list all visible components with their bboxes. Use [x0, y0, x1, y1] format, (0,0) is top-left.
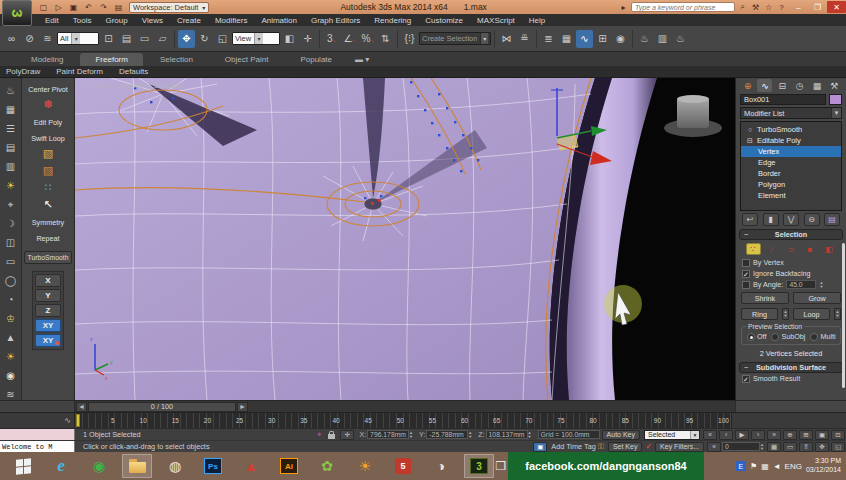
- illustrator-icon[interactable]: Ai: [274, 454, 304, 478]
- repeat-button[interactable]: Repeat: [36, 234, 59, 243]
- by-vertex-checkbox[interactable]: By Vertex: [736, 257, 846, 268]
- modifier-list-dropdown[interactable]: Modifier List▼: [740, 107, 842, 119]
- app-logo-button[interactable]: 3: [2, 0, 32, 26]
- zoom-extents-all-icon[interactable]: ⊡: [831, 430, 845, 440]
- grow-button[interactable]: Grow: [793, 292, 841, 304]
- symmetry-button[interactable]: Symmetry: [32, 218, 64, 227]
- y-spinner[interactable]: [468, 430, 474, 439]
- menu-item[interactable]: Customize: [418, 16, 470, 25]
- menu-item[interactable]: Group: [98, 16, 134, 25]
- next-frame-button[interactable]: ›: [751, 430, 765, 440]
- preview-off-radio[interactable]: Off: [747, 332, 766, 341]
- tool-icon[interactable]: ☽: [6, 214, 15, 233]
- spinner-snap-icon[interactable]: ⇅: [377, 30, 394, 48]
- make-unique-button[interactable]: ⋁: [783, 213, 799, 226]
- align-icon[interactable]: ≞: [516, 30, 533, 48]
- box-tool-2-icon[interactable]: ▨: [43, 164, 53, 177]
- tab-populate[interactable]: Populate: [285, 53, 347, 66]
- internet-explorer-icon[interactable]: e: [46, 454, 76, 478]
- selection-region-icon[interactable]: ▭: [783, 442, 797, 452]
- menu-item[interactable]: Rendering: [367, 16, 418, 25]
- tool-icon[interactable]: ▥: [6, 157, 15, 176]
- x-coordinate-field[interactable]: 796.178mm: [367, 430, 409, 439]
- mirror-icon[interactable]: ⋈: [498, 30, 515, 48]
- stack-item-polygon[interactable]: Polygon: [741, 179, 841, 190]
- curve-editor-icon[interactable]: ∿: [576, 30, 593, 48]
- schematic-view-icon[interactable]: ⊞: [594, 30, 611, 48]
- set-key-button[interactable]: Set Key: [608, 442, 643, 452]
- angle-value-field[interactable]: 45.0: [786, 280, 816, 289]
- ribbon-toggle-icon[interactable]: ▦: [558, 30, 575, 48]
- current-frame-field[interactable]: 0: [722, 442, 760, 451]
- pan-icon[interactable]: ✥: [815, 442, 829, 452]
- search-icon[interactable]: ⌕: [737, 2, 748, 12]
- project-folder-icon[interactable]: ▤: [112, 2, 125, 13]
- viewport-canvas[interactable]: z y x: [75, 78, 735, 400]
- z-spinner[interactable]: [528, 430, 534, 439]
- stack-item-element[interactable]: Element: [741, 190, 841, 201]
- key-filters-button[interactable]: Key Filters...: [655, 442, 704, 452]
- tool-icon[interactable]: ◫: [6, 233, 15, 252]
- border-subobject-icon[interactable]: ▱: [784, 243, 799, 255]
- menu-item[interactable]: Modifiers: [208, 16, 254, 25]
- stack-item-border[interactable]: Border: [741, 168, 841, 179]
- axis-x-button[interactable]: X: [35, 274, 61, 287]
- coc-coc-icon[interactable]: ◉: [84, 454, 114, 478]
- loop-spinner[interactable]: [834, 308, 841, 320]
- previous-key-button[interactable]: «: [707, 442, 721, 452]
- show-end-result-button[interactable]: ▮: [763, 213, 779, 226]
- tab-hierarchy-icon[interactable]: ⊟: [775, 79, 790, 92]
- zoom-all-icon[interactable]: ⊞: [799, 430, 813, 440]
- timeline-ruler[interactable]: 5101520253035404550556065707580859095100: [75, 413, 731, 428]
- tool-icon[interactable]: ▦: [6, 100, 15, 119]
- axis-xy-button[interactable]: XY: [35, 319, 61, 332]
- open-file-icon[interactable]: ▷: [52, 2, 65, 13]
- use-pivot-center-icon[interactable]: ◧: [281, 30, 298, 48]
- angle-snap-icon[interactable]: ∠◠: [341, 30, 358, 48]
- tool-icon[interactable]: ▲: [6, 328, 16, 347]
- tab-object-paint[interactable]: Object Paint: [210, 53, 284, 66]
- close-button[interactable]: ✕: [827, 1, 846, 13]
- turbosmooth-button[interactable]: TurboSmooth: [24, 251, 73, 264]
- ring-spinner[interactable]: [782, 308, 789, 320]
- tool-icon[interactable]: ▤: [6, 138, 15, 157]
- auto-key-button[interactable]: Auto Key: [602, 430, 640, 440]
- menu-item[interactable]: Graph Editors: [304, 16, 367, 25]
- menu-item[interactable]: Create: [170, 16, 208, 25]
- start-button[interactable]: [8, 454, 38, 478]
- tool-icon[interactable]: ☀: [6, 347, 15, 366]
- ribbon-subtab[interactable]: PolyDraw: [6, 67, 40, 76]
- configure-modifier-sets-button[interactable]: ▤: [824, 213, 840, 226]
- tool-icon[interactable]: ♔: [6, 309, 15, 328]
- remove-modifier-button[interactable]: ⊖: [804, 213, 820, 226]
- save-file-icon[interactable]: ▣: [67, 2, 80, 13]
- menu-item[interactable]: Animation: [254, 16, 304, 25]
- pie-app-icon[interactable]: ◑: [426, 454, 456, 478]
- frame-forward-button[interactable]: ►: [237, 402, 248, 412]
- y-coordinate-field[interactable]: -25.788mm: [426, 430, 468, 439]
- frame-spinner[interactable]: [760, 442, 766, 451]
- time-scrubber[interactable]: [76, 414, 80, 427]
- time-slider-track[interactable]: ◄ 0 / 100 ►: [75, 401, 735, 412]
- render-production-icon[interactable]: ♨: [672, 30, 689, 48]
- rendered-frame-window-icon[interactable]: ▥: [654, 30, 671, 48]
- x-spinner[interactable]: [409, 430, 415, 439]
- shrink-button[interactable]: Shrink: [741, 292, 789, 304]
- new-scene-icon[interactable]: ▢: [37, 2, 50, 13]
- file-explorer-icon[interactable]: [122, 454, 152, 478]
- stack-item-vertex[interactable]: Vertex: [741, 146, 841, 157]
- viewport-label[interactable]: [ + ] [ Orthographic ] [ Shaded ]: [81, 81, 184, 90]
- named-selection-set-dropdown[interactable]: Create Selection Se▾: [419, 32, 491, 45]
- menu-item[interactable]: Tools: [66, 16, 99, 25]
- swift-loop-button[interactable]: Swift Loop: [31, 134, 65, 143]
- tool-icon[interactable]: ☰: [6, 119, 15, 138]
- select-object-icon[interactable]: ⊡: [100, 30, 117, 48]
- maximize-viewport-icon[interactable]: ◱: [831, 442, 845, 452]
- flower-pivot-icon[interactable]: ✽: [43, 98, 52, 111]
- select-by-name-icon[interactable]: ▤: [118, 30, 135, 48]
- box-tool-icon[interactable]: ▧: [43, 147, 53, 160]
- unlink-selection-icon[interactable]: ⊘: [21, 30, 38, 48]
- tool-icon[interactable]: ▭: [6, 252, 15, 271]
- time-slider-handle[interactable]: 0 / 100: [88, 402, 236, 412]
- window-crossing-icon[interactable]: ▱: [154, 30, 171, 48]
